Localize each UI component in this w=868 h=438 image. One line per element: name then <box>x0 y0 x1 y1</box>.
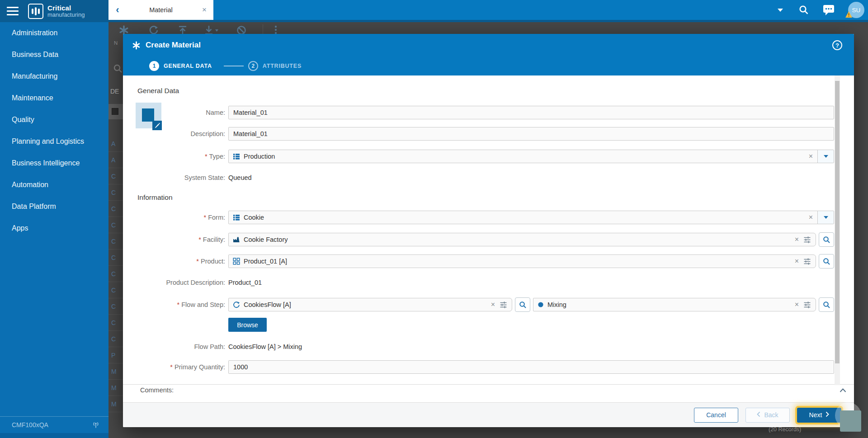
primary-quantity-input[interactable] <box>228 360 834 374</box>
type-list-icon <box>233 153 240 160</box>
collapse-comments-icon[interactable] <box>839 387 847 393</box>
table-row: C <box>108 184 123 201</box>
primary-quantity-row: *Primary Quantity: <box>123 360 834 374</box>
wizard-steps: 1 GENERAL DATA 2 ATTRIBUTES <box>123 57 854 75</box>
step-2-circle[interactable]: 2 <box>248 61 258 71</box>
scrollbar-thumb[interactable] <box>835 81 840 363</box>
required-marker: * <box>203 214 206 221</box>
clear-icon[interactable]: × <box>486 301 500 309</box>
checkbox-icon <box>112 108 118 115</box>
help-icon[interactable]: ? <box>832 40 842 50</box>
flow-value: CookiesFlow [A] <box>244 301 291 308</box>
menu-icon[interactable] <box>7 7 19 15</box>
dialog-title: Create Material <box>146 41 201 50</box>
background-toolbar-label: N <box>114 40 118 46</box>
sidebar-item-apps[interactable]: Apps <box>0 217 108 239</box>
connectivity-icon[interactable] <box>92 422 99 429</box>
name-input[interactable] <box>228 106 834 119</box>
dialog-footer: Cancel Back Next <box>123 402 854 427</box>
step-input[interactable]: Mixing × <box>533 298 816 311</box>
sidebar-item-business-data[interactable]: Business Data <box>0 44 108 66</box>
system-state-value: Queued <box>228 174 252 181</box>
clear-icon[interactable]: × <box>790 235 803 244</box>
description-label: Description: <box>123 130 225 137</box>
dialog-scrollbar[interactable] <box>835 75 840 385</box>
form-dropdown-button[interactable] <box>817 211 834 224</box>
flow-path-row: Flow Path: CookiesFlow [A] > Mixing <box>123 343 834 350</box>
sidebar-item-maintenance[interactable]: Maintenance <box>0 87 108 109</box>
table-row: M <box>108 363 123 380</box>
cancel-button[interactable]: Cancel <box>694 408 738 423</box>
table-row: M <box>108 396 123 412</box>
sidebar-item-quality[interactable]: Quality <box>0 109 108 131</box>
clear-icon[interactable]: × <box>804 213 817 221</box>
dialog-body: General Data Name: Description: *Type: P… <box>123 75 854 402</box>
facility-input[interactable]: Cookie Factory × <box>228 233 816 246</box>
type-value: Production <box>244 153 275 160</box>
background-table-header <box>108 104 123 119</box>
tab-close-icon[interactable]: × <box>195 5 213 14</box>
browse-button[interactable]: Browse <box>228 318 267 332</box>
form-list-icon <box>233 214 240 221</box>
search-icon[interactable] <box>798 5 809 15</box>
system-state-label: System State: <box>123 174 225 181</box>
product-description-row: Product Description: Product_01 <box>123 279 834 286</box>
table-row: C <box>108 331 123 347</box>
name-field-row: Name: <box>123 106 834 119</box>
required-marker: * <box>177 301 180 308</box>
step-1-circle[interactable]: 1 <box>149 61 159 71</box>
messages-icon[interactable] <box>823 5 835 16</box>
sidebar-item-planning-and-logistics[interactable]: Planning and Logistics <box>0 131 108 152</box>
filter-icon[interactable] <box>803 301 811 309</box>
back-button[interactable]: Back <box>745 408 790 423</box>
product-input[interactable]: Product_01 [A] × <box>228 254 816 268</box>
table-row: C <box>108 250 123 266</box>
flow-path-value: CookiesFlow [A] > Mixing <box>228 343 302 350</box>
form-value: Cookie <box>244 214 264 221</box>
step-search-button[interactable] <box>819 297 834 312</box>
type-combobox[interactable]: Production × <box>228 150 834 163</box>
sidebar-item-manufacturing[interactable]: Manufacturing <box>0 66 108 87</box>
product-search-button[interactable] <box>819 254 834 268</box>
table-row: M <box>108 380 123 396</box>
required-marker: * <box>196 258 199 265</box>
table-row: C <box>108 266 123 282</box>
tab-material[interactable]: ‹ Material × <box>108 0 213 20</box>
step-2-label[interactable]: ATTRIBUTES <box>263 63 302 69</box>
flow-path-label: Flow Path: <box>123 343 225 350</box>
product-icon <box>233 258 240 265</box>
filter-icon[interactable] <box>500 301 507 309</box>
records-count: (20 Records) <box>769 426 801 433</box>
chevron-left-icon <box>757 411 760 419</box>
sidebar-item-data-platform[interactable]: Data Platform <box>0 196 108 217</box>
type-dropdown-button[interactable] <box>817 150 834 163</box>
description-input[interactable] <box>228 127 834 141</box>
critical-manufacturing-logo-icon <box>28 4 43 19</box>
flow-input[interactable]: CookiesFlow [A] × <box>228 298 512 311</box>
create-material-dialog: Create Material ? 1 GENERAL DATA 2 ATTRI… <box>123 34 854 427</box>
environment-name: CMF100xQA <box>12 421 48 429</box>
table-row: C <box>108 315 123 331</box>
new-material-icon <box>132 41 141 50</box>
flow-search-button[interactable] <box>515 297 530 312</box>
step-1-label[interactable]: GENERAL DATA <box>164 63 212 69</box>
tab-label: Material <box>127 6 195 14</box>
section-information: Information <box>137 193 173 202</box>
clear-icon[interactable]: × <box>790 301 803 309</box>
filter-icon[interactable] <box>803 258 811 265</box>
brand: Critical manufacturing <box>47 5 85 18</box>
user-avatar[interactable]: SU <box>848 2 864 18</box>
clear-icon[interactable]: × <box>804 152 817 160</box>
form-combobox[interactable]: Cookie × <box>228 211 834 224</box>
tab-back-icon[interactable]: ‹ <box>108 4 127 16</box>
brand-title: Critical <box>47 5 85 11</box>
clear-icon[interactable]: × <box>790 257 803 265</box>
facility-search-button[interactable] <box>819 232 834 247</box>
chevron-down-icon[interactable] <box>778 9 783 12</box>
sidebar-item-automation[interactable]: Automation <box>0 174 108 196</box>
sidebar-item-administration[interactable]: Administration <box>0 22 108 44</box>
table-row: P <box>108 347 123 363</box>
flow-and-step-label: *Flow and Step: <box>123 301 225 308</box>
filter-icon[interactable] <box>803 236 811 244</box>
sidebar-item-business-intelligence[interactable]: Business Intelligence <box>0 152 108 174</box>
